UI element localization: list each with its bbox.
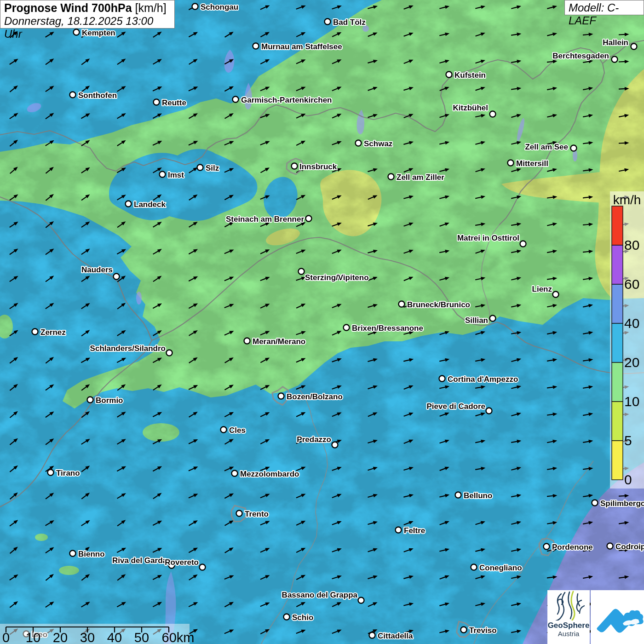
model-label: Modell: C-LAEF [564, 0, 644, 15]
city-label: Conegliano [479, 564, 522, 572]
city-label: Belluno [464, 491, 492, 500]
city-label: Zell am See [525, 143, 568, 151]
city-marker [356, 140, 362, 146]
city-label: Cles [229, 426, 246, 435]
city-marker [344, 325, 350, 331]
city-label: Sterzing/Vipiteno [305, 273, 369, 282]
city-marker [167, 350, 172, 356]
city-marker [369, 632, 375, 638]
city-marker [490, 111, 496, 117]
map-title: Prognose Wind 700hPa [km/h] [4, 1, 171, 15]
map-canvas: SchongauBad TölzKemptenMurnau am Staffel… [0, 0, 644, 644]
city-label: Schlanders/Silandro [90, 344, 166, 353]
city-marker [32, 329, 38, 335]
wind-speed-legend: km/h 806040201050 [610, 191, 644, 489]
city-label: Bormio [96, 396, 123, 405]
city-marker [486, 408, 492, 414]
city-marker [399, 301, 405, 307]
city-marker [461, 627, 467, 633]
legend-value-label: 20 [624, 355, 639, 370]
legend-segment [612, 362, 623, 402]
map-title-unit: [km/h] [132, 1, 167, 14]
city-marker [631, 44, 637, 50]
city-marker [508, 160, 514, 166]
city-marker [284, 614, 290, 620]
legend-value-label: 0 [624, 472, 632, 487]
city-label: Kitzbühel [453, 104, 489, 112]
partner-logo [591, 590, 644, 644]
legend-value-label: 5 [624, 433, 632, 448]
city-marker [253, 43, 259, 49]
city-label: Schio [292, 613, 313, 622]
geosphere-logo-country: Austria [547, 630, 590, 638]
city-marker [70, 92, 76, 98]
city-label: Zell am Ziller [397, 173, 444, 182]
city-marker [200, 564, 206, 570]
city-marker [292, 163, 298, 169]
city-label: Lienz [532, 285, 552, 293]
legend-segment [612, 323, 623, 362]
city-label: Kufstein [454, 71, 486, 80]
city-label: Zernez [40, 328, 66, 337]
city-marker [197, 165, 203, 171]
city-marker [446, 72, 452, 78]
city-label: Brixen/Bressanone [352, 324, 423, 333]
city-marker [114, 274, 120, 280]
legend-segment [612, 245, 623, 284]
city-marker [396, 527, 402, 533]
legend-segment [612, 206, 623, 245]
legend-value-label: 60 [624, 276, 639, 292]
city-label: Murnau am Staffelsee [261, 42, 342, 51]
city-marker [592, 500, 598, 506]
legend-value-label: 10 [624, 394, 639, 409]
city-label: Tirano [56, 469, 80, 477]
geosphere-logo: GeoSphere Austria [547, 590, 590, 644]
city-marker [192, 4, 198, 10]
city-label: Bozen/Bolzano [287, 392, 343, 401]
scale-bar-label: 0 [2, 630, 10, 644]
city-marker [278, 393, 284, 399]
city-label: Riva del Garda [112, 556, 167, 565]
city-marker [233, 97, 239, 103]
city-label: Mittersill [516, 159, 548, 168]
city-marker [232, 471, 238, 477]
geosphere-logo-name: GeoSphere [547, 621, 590, 630]
scale-bar-label: 50 [134, 630, 149, 644]
city-marker [221, 427, 227, 433]
city-label: Bienno [78, 550, 105, 558]
city-label: Imst [168, 171, 184, 179]
city-marker [571, 145, 577, 151]
scale-bar-label: 60km [162, 630, 195, 644]
city-label: Steinach am Brenner [226, 215, 304, 224]
city-marker [553, 292, 559, 298]
city-marker [544, 544, 550, 550]
city-marker [490, 316, 496, 322]
city-label: Sillian [465, 316, 488, 325]
city-marker [455, 492, 461, 498]
wind-forecast-map-page: SchongauBad TölzKemptenMurnau am Staffel… [0, 0, 644, 644]
scale-bar: 0102030405060km [0, 624, 194, 644]
scale-bar-label: 10 [26, 630, 40, 644]
city-marker [612, 57, 618, 63]
city-label: Berchtesgaden [552, 52, 609, 60]
city-marker [332, 442, 338, 448]
city-label: Cittadella [378, 632, 413, 640]
legend-value-label: 80 [624, 237, 639, 253]
city-label: Garmisch-Partenkirchen [241, 96, 332, 104]
city-marker [70, 551, 76, 557]
city-marker [306, 216, 312, 222]
city-label: Innsbruck [299, 162, 337, 171]
city-label: Bassano del Grappa [282, 591, 358, 599]
map-valid-time: Donnerstag, 18.12.2025 13:00 Uhr [4, 15, 171, 40]
city-label: Hallein [603, 38, 628, 47]
city-label: Schwaz [364, 139, 392, 148]
city-label: Feltre [404, 526, 425, 535]
title-box: Prognose Wind 700hPa [km/h] Donnerstag, … [0, 0, 175, 29]
city-label: Reutte [162, 98, 186, 107]
city-label: Predazzo [297, 435, 331, 444]
city-label: Codroipo [615, 542, 644, 551]
city-label: Meran/Merano [253, 337, 305, 346]
city-label: Rovereto [165, 558, 199, 567]
map-title-main: Prognose Wind 700hPa [4, 1, 132, 14]
city-label: Silz [206, 164, 219, 172]
